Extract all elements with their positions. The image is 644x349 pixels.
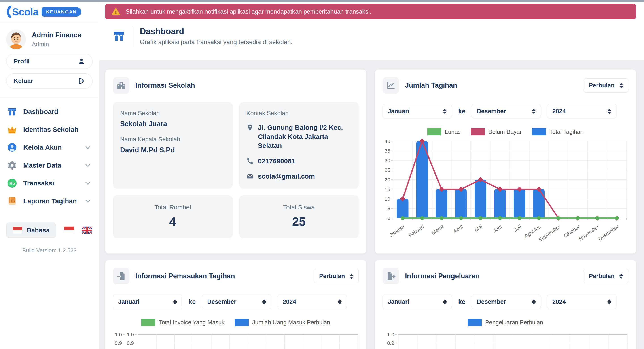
phone-row: 0217690081: [246, 157, 352, 166]
storefront-icon: [7, 106, 18, 117]
period-select[interactable]: Perbulan: [314, 269, 359, 283]
alert-text: Silahkan untuk mengaktifkan notifikasi a…: [126, 8, 372, 15]
ke-label: ke: [188, 298, 196, 306]
book-icon: [7, 196, 18, 206]
gear-icon: [7, 160, 18, 171]
select-arrows-icon: [607, 109, 611, 114]
brand-badge: KEUANGAN: [42, 7, 81, 17]
month-from-select[interactable]: Januari: [382, 104, 452, 118]
brand-logo[interactable]: Scola KEUANGAN: [0, 2, 99, 22]
main-content: Informasi Sekolah Nama Sekolah Sekolah J…: [99, 60, 644, 349]
chevron-down-icon: [84, 180, 91, 187]
flag-uk-icon[interactable]: [82, 227, 92, 234]
legend-swatch: [427, 128, 441, 135]
avatar: [6, 30, 26, 49]
select-arrows-icon: [619, 83, 623, 88]
tagihan-chart: 0510152025303540JanuariFebuariMaretApril…: [382, 138, 628, 244]
pemasukan-chart: 1.01.00.90.9: [113, 332, 359, 349]
legend-label: Lunas: [445, 128, 461, 135]
chevron-down-icon: [84, 198, 91, 204]
browser-top-strip: [0, 0, 644, 2]
sidebar-item-transaksi[interactable]: Rp Transaksi: [0, 174, 99, 192]
chevron-down-icon: [84, 144, 91, 151]
month-to-select[interactable]: Desember: [472, 104, 541, 118]
period-select-value: Perbulan: [589, 82, 615, 89]
total-rombel-value: 4: [113, 215, 232, 228]
user-role: Admin: [32, 41, 82, 48]
sidebar-item-label: Master Data: [23, 162, 84, 169]
address-value: Jl. Gunung Balong I/2 Kec. Cilandak Kota…: [258, 123, 352, 150]
avatar-boy-illustration: [6, 30, 26, 49]
svg-text:0: 0: [387, 215, 390, 221]
svg-text:25: 25: [384, 167, 390, 173]
month-from-value: Januari: [388, 108, 409, 115]
month-to-select[interactable]: Desember: [202, 295, 271, 309]
period-select[interactable]: Perbulan: [584, 78, 628, 93]
month-from-select[interactable]: Januari: [113, 295, 182, 309]
card-title: Jumlah Tagihan: [405, 82, 578, 90]
invoice-out-icon: [382, 268, 399, 284]
select-arrows-icon: [619, 274, 623, 279]
school-name-box: Nama Sekolah Sekolah Juara Nama Kepala S…: [113, 102, 232, 189]
select-arrows-icon: [338, 299, 342, 304]
select-arrows-icon: [532, 299, 536, 304]
rp-icon: Rp: [7, 178, 18, 189]
ke-label: ke: [458, 298, 465, 306]
svg-text:November: November: [578, 223, 600, 242]
flag-indonesia-icon: [13, 227, 22, 234]
legend-item: Total Tagihan: [532, 128, 584, 135]
stat-label: Total Rombel: [113, 204, 232, 211]
sidebar-item-master-data[interactable]: Master Data: [0, 156, 99, 174]
location-icon: [246, 124, 254, 131]
svg-text:1.0: 1.0: [387, 332, 394, 337]
legend-label: Belum Bayar: [488, 128, 522, 135]
legend-label: Pengeluaran Perbulan: [485, 319, 543, 326]
select-arrows-icon: [173, 299, 177, 304]
pengeluaran-filter-row: Januari ke Desember 2024: [382, 295, 628, 309]
card-title: Informasi Pemasukan Tagihan: [135, 272, 308, 280]
address-row: Jl. Gunung Balong I/2 Kec. Cilandak Kota…: [246, 123, 352, 150]
period-select-value: Perbulan: [589, 273, 615, 280]
legend-swatch: [468, 319, 482, 326]
legend-label: Total Tagihan: [550, 128, 584, 135]
year-select[interactable]: 2024: [547, 104, 616, 118]
sidebar-item-dashboard[interactable]: Dashboard: [0, 103, 99, 121]
build-version: Build Version: 1.2.523: [0, 247, 99, 254]
month-to-select[interactable]: Desember: [472, 295, 541, 309]
email-value: scola@gmail.com: [258, 172, 315, 181]
field-label: Nama Kepala Sekolah: [120, 136, 226, 143]
select-arrows-icon: [607, 299, 611, 304]
profil-button[interactable]: Profil: [6, 54, 92, 69]
svg-text:Juni: Juni: [492, 223, 503, 234]
sidebar: Scola KEUANGAN Admin Finance Admin Profi…: [0, 2, 99, 349]
notification-alert-banner: Silahkan untuk mengaktifkan notifikasi a…: [105, 4, 636, 19]
page-header: Silahkan untuk mengaktifkan notifikasi a…: [99, 2, 644, 60]
school-name-value: Sekolah Juara: [120, 120, 226, 128]
sidebar-item-kelola-akun[interactable]: Kelola Akun: [0, 139, 99, 156]
svg-text:Mei: Mei: [473, 223, 484, 233]
jumlah-tagihan-card: Jumlah Tagihan Perbulan Januari ke Desem…: [375, 69, 636, 254]
keluar-button[interactable]: Keluar: [6, 73, 92, 89]
year-select[interactable]: 2024: [547, 295, 616, 309]
profil-button-label: Profil: [14, 58, 30, 65]
flag-indonesia-icon[interactable]: [64, 227, 74, 234]
crown-icon: [7, 124, 18, 135]
language-selector[interactable]: Bahasa: [6, 223, 56, 238]
language-label: Bahasa: [26, 227, 50, 234]
month-from-select[interactable]: Januari: [382, 295, 452, 309]
sidebar-menu: Dashboard Identitas Sekolah Kelola Akun …: [0, 97, 99, 210]
invoice-in-icon: [113, 268, 130, 284]
svg-text:April: April: [452, 223, 464, 234]
sidebar-item-label: Transaksi: [23, 179, 84, 187]
email-row: scola@gmail.com: [246, 172, 352, 181]
total-siswa-box: Total Siswa 25: [239, 195, 359, 238]
card-title: Informasi Pengeluaran: [405, 272, 578, 280]
sidebar-item-laporan-tagihan[interactable]: Laporan Tagihan: [0, 192, 99, 210]
year-select[interactable]: 2024: [278, 295, 347, 309]
page-subtitle: Grafik aplikasi pada transaksi yang ters…: [140, 39, 292, 46]
chevron-down-icon: [84, 162, 91, 169]
sidebar-item-label: Kelola Akun: [23, 144, 84, 151]
sidebar-item-identitas-sekolah[interactable]: Identitas Sekolah: [0, 121, 99, 139]
total-rombel-box: Total Rombel 4: [113, 195, 232, 238]
period-select[interactable]: Perbulan: [584, 269, 628, 283]
